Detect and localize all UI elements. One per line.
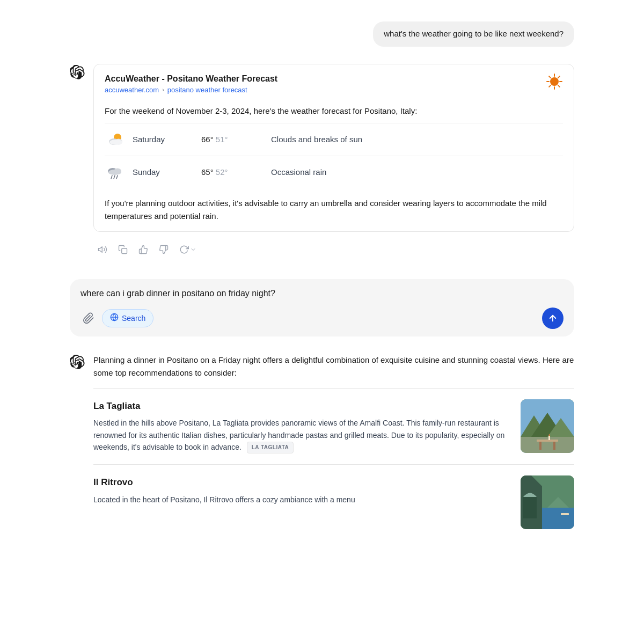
- restaurant-info-ritrovo: Il Ritrovo Located in the heart of Posit…: [93, 475, 510, 506]
- assistant-response-2: Planning a dinner in Positano on a Frida…: [70, 354, 574, 535]
- restaurant-image-ritrovo: [521, 475, 574, 529]
- user-message-1-wrapper: what's the weather going to be like next…: [70, 21, 574, 47]
- weather-temp-saturday: 66° 51°: [201, 134, 271, 146]
- weather-intro: For the weekend of November 2-3, 2024, h…: [105, 105, 563, 118]
- svg-point-33: [549, 434, 550, 436]
- saturday-weather-icon: [105, 129, 126, 150]
- svg-line-6: [558, 85, 560, 87]
- svg-point-0: [550, 77, 559, 86]
- weather-desc-sunday: Occasional rain: [271, 166, 326, 179]
- regenerate-button[interactable]: [175, 241, 201, 258]
- svg-point-15: [108, 170, 121, 175]
- svg-rect-29: [537, 440, 558, 442]
- sunday-weather-icon: [105, 162, 126, 183]
- svg-line-7: [558, 76, 560, 78]
- svg-line-5: [549, 76, 551, 78]
- assistant-content-2: Planning a dinner in Positano on a Frida…: [93, 354, 574, 535]
- restaurant-tag-tagliata: LA TAGLIATA: [247, 442, 294, 453]
- svg-line-16: [111, 175, 112, 179]
- source-title: AccuWeather - Positano Weather Forecast: [105, 73, 277, 85]
- restaurant-desc-ritrovo: Located in the heart of Positano, Il Rit…: [93, 494, 510, 506]
- assistant-avatar: [70, 65, 85, 80]
- weather-row-saturday: Saturday 66° 51° Clouds and breaks of su…: [105, 123, 563, 156]
- weather-temp-sunday: 65° 52°: [201, 166, 271, 179]
- restaurant-image-tagliata: [521, 399, 574, 453]
- assistant-content-1: AccuWeather - Positano Weather Forecast …: [93, 64, 574, 258]
- weather-day-sunday: Sunday: [105, 162, 201, 183]
- svg-rect-20: [122, 248, 127, 254]
- svg-line-17: [114, 175, 115, 179]
- restaurant-section: La Tagliata Nestled in the hills above P…: [93, 388, 574, 535]
- user-message-1: what's the weather going to be like next…: [373, 21, 574, 47]
- assistant-avatar-2: [70, 355, 85, 370]
- chevron-icon: ›: [162, 85, 164, 94]
- svg-line-18: [116, 175, 118, 179]
- source-url[interactable]: accuweather.com › positano weather forec…: [105, 85, 277, 96]
- restaurant-name-ritrovo: Il Ritrovo: [93, 475, 510, 489]
- restaurant-info-tagliata: La Tagliata Nestled in the hills above P…: [93, 399, 510, 454]
- source-card-weather: AccuWeather - Positano Weather Forecast …: [93, 64, 574, 232]
- restaurant-card-ritrovo: Il Ritrovo Located in the heart of Posit…: [93, 464, 574, 535]
- source-title-block: AccuWeather - Positano Weather Forecast …: [105, 73, 277, 103]
- svg-rect-30: [539, 442, 541, 450]
- svg-rect-37: [542, 508, 574, 529]
- weather-advice: If you're planning outdoor activities, i…: [105, 197, 563, 223]
- weather-day-saturday: Saturday: [105, 129, 201, 150]
- weather-row-sunday: Sunday 65° 52° Occasional rain: [105, 156, 563, 188]
- thumbsup-button[interactable]: [134, 241, 152, 258]
- globe-icon: [110, 313, 119, 324]
- restaurant-desc-tagliata: Nestled in the hills above Positano, La …: [93, 417, 510, 453]
- weather-sun-icon: [546, 73, 563, 90]
- restaurant-name-tagliata: La Tagliata: [93, 399, 510, 413]
- svg-rect-36: [523, 497, 537, 518]
- action-icons: [93, 241, 574, 258]
- assistant-response-1: AccuWeather - Positano Weather Forecast …: [70, 64, 574, 258]
- svg-rect-31: [553, 442, 555, 450]
- svg-line-8: [549, 85, 551, 87]
- svg-rect-28: [521, 437, 574, 453]
- input-box[interactable]: where can i grab dinner in positano on f…: [70, 279, 574, 336]
- speaker-button[interactable]: [93, 241, 112, 258]
- restaurant-card-tagliata: La Tagliata Nestled in the hills above P…: [93, 388, 574, 465]
- attach-button[interactable]: [80, 310, 97, 326]
- svg-rect-39: [561, 513, 569, 515]
- chat-container: what's the weather going to be like next…: [59, 0, 585, 577]
- input-toolbar: Search: [80, 308, 564, 329]
- svg-point-12: [109, 140, 122, 145]
- svg-marker-19: [99, 247, 103, 253]
- send-button[interactable]: [542, 308, 564, 329]
- dining-intro: Planning a dinner in Positano on a Frida…: [93, 354, 574, 379]
- svg-rect-32: [548, 436, 550, 440]
- copy-button[interactable]: [114, 241, 132, 258]
- input-text[interactable]: where can i grab dinner in positano on f…: [80, 288, 564, 299]
- source-header: AccuWeather - Positano Weather Forecast …: [105, 73, 563, 103]
- weather-desc-saturday: Clouds and breaks of sun: [271, 134, 362, 146]
- search-button[interactable]: Search: [102, 309, 153, 327]
- thumbsdown-button[interactable]: [155, 241, 173, 258]
- input-left-tools: Search: [80, 309, 153, 327]
